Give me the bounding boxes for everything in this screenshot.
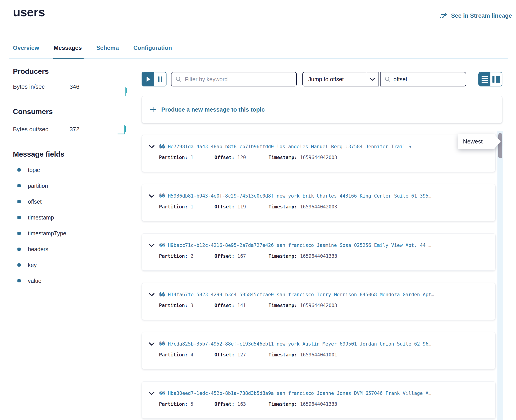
bytes-out-sparkline [117, 124, 128, 135]
list-view-button[interactable] [479, 72, 490, 86]
messages-toolbar: Jump to offset [142, 72, 502, 86]
message-row[interactable]: �� He77981da-4a43-48ab-b8f8-cb71b96ffdd0… [142, 135, 496, 172]
message-fields-heading: Message fields [13, 150, 135, 158]
chevron-down-icon [366, 72, 378, 86]
partition-label: Partition: [159, 204, 188, 210]
expand-chevron-icon[interactable] [149, 194, 155, 198]
partition-label: Partition: [159, 401, 188, 407]
offset-value: 127 [237, 352, 246, 358]
partition-value: 2 [191, 254, 193, 259]
field-bullet-icon [17, 200, 21, 203]
bytes-out-label: Bytes out/sec [13, 126, 69, 133]
timestamp-label: Timestamp: [269, 352, 297, 358]
topic-tabs: Overview Messages Schema Configuration [13, 44, 508, 59]
expand-chevron-icon[interactable] [149, 243, 155, 247]
timestamp-label: Timestamp: [269, 401, 297, 407]
message-key: �� H9bacc71c-b12c-4216-8e95-2a7da727e426… [159, 243, 490, 248]
partition-value: 1 [191, 204, 193, 210]
view-mode-toggle [478, 72, 502, 86]
produce-message-label: Produce a new message to this topic [161, 106, 265, 113]
stream-lineage-label: See in Stream lineage [451, 12, 512, 19]
scrollbar-track[interactable] [497, 131, 503, 420]
field-label: key [28, 262, 37, 268]
split-view-icon [493, 76, 500, 82]
field-label: partition [28, 183, 48, 189]
field-label: topic [28, 167, 40, 173]
field-label: timestampType [28, 230, 66, 237]
field-item-headers[interactable]: headers [13, 241, 135, 257]
offset-label: Offset: [215, 401, 235, 407]
tab-overview[interactable]: Overview [13, 44, 39, 59]
message-row[interactable]: �� H5936db81-b943-4e0f-8c29-74513e0c0d8f… [142, 184, 496, 221]
partition-value: 1 [191, 155, 193, 160]
tab-messages[interactable]: Messages [54, 44, 82, 59]
timestamp-value: 1659644042003 [300, 303, 337, 308]
message-row[interactable]: �� Hba30eed7-1edc-452b-8b1a-738d3b5d8a9a… [142, 381, 496, 419]
partition-label: Partition: [159, 303, 188, 308]
message-row[interactable]: �� H9bacc71c-b12c-4216-8e95-2a7da727e426… [142, 233, 496, 271]
field-bullet-icon [17, 232, 21, 235]
field-item-offset[interactable]: offset [13, 194, 135, 210]
message-row[interactable]: �� H14fa67fe-5823-4299-b3c4-595845cfcae0… [142, 283, 496, 320]
timestamp-label: Timestamp: [269, 155, 297, 160]
field-item-key[interactable]: key [13, 257, 135, 273]
field-item-partition[interactable]: partition [13, 178, 135, 194]
partition-label: Partition: [159, 352, 188, 358]
message-meta: Partition: 2 Offset: 167 Timestamp: 1659… [149, 254, 490, 259]
message-key: �� He77981da-4a43-48ab-b8f8-cb71b96ffdd0… [159, 144, 490, 149]
timestamp-label: Timestamp: [269, 254, 297, 259]
message-meta: Partition: 5 Offset: 163 Timestamp: 1659… [149, 401, 490, 407]
expand-chevron-icon[interactable] [149, 391, 155, 395]
expand-chevron-icon[interactable] [149, 145, 155, 149]
filter-keyword-input[interactable] [185, 76, 292, 82]
expand-chevron-icon[interactable] [149, 293, 155, 296]
field-item-timestamp[interactable]: timestamp [13, 210, 135, 225]
split-view-button[interactable] [490, 72, 502, 86]
jump-to-select-value: Jump to offset [303, 72, 366, 86]
message-key: �� Hba30eed7-1edc-452b-8b1a-738d3b5d8a9a… [159, 390, 490, 396]
partition-value: 4 [191, 352, 193, 358]
bytes-in-metric: Bytes in/sec 346 [13, 83, 135, 90]
timestamp-value: 1659644042003 [300, 204, 337, 210]
stream-lineage-link[interactable]: See in Stream lineage [440, 12, 512, 19]
field-bullet-icon [17, 263, 21, 267]
offset-value: 119 [237, 204, 246, 210]
message-meta: Partition: 3 Offset: 141 Timestamp: 1659… [149, 303, 490, 308]
offset-value: 141 [237, 303, 246, 308]
timestamp-value: 1659644041001 [300, 352, 337, 358]
offset-label: Offset: [215, 204, 235, 210]
message-key: �� H5936db81-b943-4e0f-8c29-74513e0c0d8f… [159, 193, 490, 199]
field-item-value[interactable]: value [13, 273, 135, 289]
offset-search-box [380, 72, 466, 86]
field-label: headers [28, 246, 48, 253]
list-view-icon [482, 76, 488, 83]
field-label: offset [28, 198, 42, 205]
expand-chevron-icon[interactable] [149, 342, 155, 346]
play-button[interactable] [142, 72, 154, 86]
pause-button[interactable] [154, 72, 166, 86]
message-key: �� H7cda825b-35b7-4952-88ef-c193d546eb11… [159, 341, 490, 347]
tab-schema[interactable]: Schema [96, 44, 119, 59]
tab-configuration[interactable]: Configuration [133, 44, 172, 59]
field-item-timestamptype[interactable]: timestampType [13, 225, 135, 241]
play-icon [146, 77, 150, 82]
play-pause-toggle [142, 72, 167, 86]
partition-label: Partition: [159, 155, 188, 160]
search-icon [385, 76, 391, 82]
search-icon [176, 76, 182, 82]
timestamp-value: 1659644041333 [300, 401, 337, 407]
bytes-in-label: Bytes in/sec [13, 83, 69, 90]
producers-heading: Producers [13, 67, 135, 75]
newest-tooltip: Newest [458, 134, 501, 149]
partition-label: Partition: [159, 254, 188, 259]
field-item-topic[interactable]: topic [13, 162, 135, 178]
plus-icon [150, 106, 156, 113]
offset-input[interactable] [393, 76, 466, 82]
stream-lineage-icon [440, 12, 448, 19]
partition-value: 5 [191, 401, 193, 407]
field-bullet-icon [17, 248, 21, 251]
topic-stats-sidebar: Producers Bytes in/sec 346 Consumers Byt… [13, 67, 135, 289]
produce-message-button[interactable]: Produce a new message to this topic [142, 96, 502, 123]
message-row[interactable]: �� H7cda825b-35b7-4952-88ef-c193d546eb11… [142, 332, 496, 369]
jump-to-select[interactable]: Jump to offset [302, 72, 379, 86]
